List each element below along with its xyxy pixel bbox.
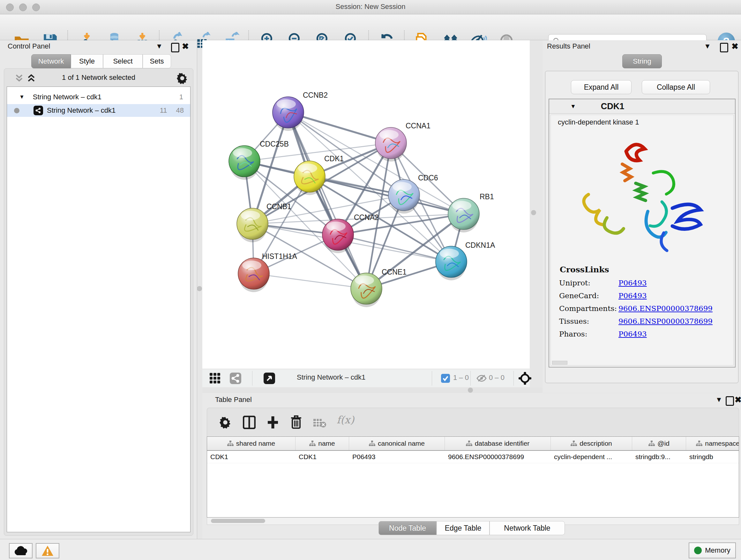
- close-panel-icon[interactable]: ✖: [182, 42, 189, 51]
- edge-count: 48: [176, 106, 184, 115]
- close-panel-icon[interactable]: ✖: [735, 395, 741, 405]
- columns-icon[interactable]: [243, 416, 256, 429]
- memory-button[interactable]: Memory: [689, 543, 736, 558]
- crosshair-icon[interactable]: [518, 372, 532, 385]
- table-cell[interactable]: CDK1: [207, 451, 295, 463]
- crosslinks-heading: CrossLinks: [560, 265, 733, 274]
- tab-string[interactable]: String: [622, 54, 662, 68]
- column-header-shared-name[interactable]: shared name: [207, 437, 295, 450]
- table-cell[interactable]: P06493: [349, 451, 445, 463]
- collapse-all-button[interactable]: Collapse All: [642, 80, 710, 94]
- status-bar: Memory: [0, 539, 741, 560]
- column-header-canonical-name[interactable]: canonical name: [349, 437, 445, 450]
- collection-label: String Network – cdk1: [33, 93, 102, 101]
- protein-structure-image: [575, 135, 709, 257]
- crosslink-label: GeneCard:: [559, 292, 618, 300]
- tab-node-table[interactable]: Node Table: [379, 521, 436, 535]
- float-panel-icon[interactable]: [171, 43, 179, 52]
- tab-sets[interactable]: Sets: [143, 54, 171, 68]
- expand-all-button[interactable]: Expand All: [571, 80, 631, 94]
- control-panel-title: Control Panel: [8, 42, 50, 51]
- splitter-handle[interactable]: [468, 388, 473, 393]
- trash-icon[interactable]: [290, 415, 302, 429]
- crosslink-link[interactable]: P06493: [618, 279, 647, 287]
- network-canvas[interactable]: CCNB2CCNA1CDC25BCDK1CDC6RB1CCNB1CCNA2CDK…: [202, 40, 530, 369]
- tab-network-table[interactable]: Network Table: [489, 521, 565, 535]
- panel-menu-icon[interactable]: ▼: [156, 42, 163, 51]
- expander-icon[interactable]: ▼: [19, 94, 24, 100]
- edge-HIST1H1A-CCNE1[interactable]: [254, 273, 366, 289]
- column-header-@id[interactable]: @id: [632, 437, 686, 450]
- crosslink-row: Uniprot:P06493: [559, 279, 733, 287]
- grid-view-icon[interactable]: [209, 373, 221, 384]
- table-cell[interactable]: CDK1: [295, 451, 349, 463]
- hidden-count: 0 – 0: [489, 374, 504, 382]
- main-toolbar: ?: [0, 14, 741, 40]
- table-cell[interactable]: cyclin-dependent ...: [551, 451, 632, 463]
- automation-cloud-button[interactable]: [9, 543, 32, 558]
- column-type-icon: [369, 441, 375, 446]
- tab-network[interactable]: Network: [31, 54, 71, 68]
- add-icon[interactable]: [266, 416, 279, 429]
- panel-menu-icon[interactable]: ▼: [716, 395, 723, 404]
- control-panel: Control Panel ▼ ✖ NetworkStyleSelectSets…: [0, 40, 197, 539]
- gear-icon[interactable]: [177, 72, 188, 84]
- splitter-handle[interactable]: [197, 286, 202, 291]
- table-cell[interactable]: stringdb:9...: [632, 451, 686, 463]
- panel-menu-icon[interactable]: ▼: [704, 42, 711, 51]
- float-panel-icon[interactable]: [720, 43, 728, 52]
- node-result-card: ▼ CDK1 cyclin-dependent kinase 1: [549, 99, 736, 368]
- collapse-entry-icon[interactable]: ▼: [570, 103, 576, 110]
- delete-table-icon[interactable]: [313, 418, 327, 428]
- table-cell[interactable]: 9606.ENSP00000378699: [445, 451, 551, 463]
- splitter-handle[interactable]: [531, 210, 536, 215]
- node-label-RB1: RB1: [480, 192, 494, 201]
- crosslink-link[interactable]: P06493: [618, 292, 647, 300]
- column-header-description[interactable]: description: [551, 437, 632, 450]
- node-label-CCNB1: CCNB1: [266, 202, 291, 211]
- birdseye-toggle-icon[interactable]: [264, 373, 275, 384]
- collection-count: 1: [179, 93, 183, 101]
- column-header-database-identifier[interactable]: database identifier: [445, 437, 551, 450]
- node-label-HIST1H1A: HIST1H1A: [262, 252, 297, 260]
- tab-select[interactable]: Select: [103, 54, 143, 68]
- mini-scrollbar[interactable]: [552, 361, 567, 365]
- crosslink-link[interactable]: 9606.ENSP00000378699: [618, 304, 713, 313]
- node-HIST1H1A[interactable]: HIST1H1A: [238, 252, 297, 292]
- node-label-CCNE1: CCNE1: [382, 268, 407, 276]
- crosslink-link[interactable]: 9606.ENSP00000378699: [618, 317, 713, 325]
- column-header-name[interactable]: name: [295, 437, 349, 450]
- crosslink-row: Tissues:9606.ENSP00000378699: [559, 317, 733, 325]
- crosslink-label: Pharos:: [559, 330, 618, 338]
- warnings-button[interactable]: [36, 543, 59, 558]
- node-CCNB2[interactable]: CCNB2: [273, 91, 328, 131]
- entry-name: CDK1: [601, 102, 624, 111]
- separator: [514, 371, 514, 386]
- scrollbar-thumb[interactable]: [211, 519, 265, 523]
- close-panel-icon[interactable]: ✖: [731, 42, 738, 51]
- node-RB1[interactable]: RB1: [448, 192, 494, 233]
- selected-checkbox-icon[interactable]: [441, 374, 450, 383]
- function-builder-icon[interactable]: f(x): [337, 414, 354, 426]
- tab-style[interactable]: Style: [71, 54, 103, 68]
- crosslink-label: Uniprot:: [559, 279, 618, 287]
- gear-icon[interactable]: [219, 416, 231, 428]
- float-panel-icon[interactable]: [726, 396, 734, 406]
- edge-CCNB2-CCNA1[interactable]: [288, 112, 391, 143]
- node-CDC6[interactable]: CDC6: [388, 174, 438, 213]
- node-label-CCNA2: CCNA2: [354, 213, 379, 222]
- tab-edge-table[interactable]: Edge Table: [436, 521, 489, 535]
- share-view-icon[interactable]: [230, 373, 241, 384]
- network-collection-row[interactable]: ▼ String Network – cdk1 1: [7, 91, 190, 104]
- column-header-namespace[interactable]: namespace: [686, 437, 739, 450]
- node-CDKN1A[interactable]: CDKN1A: [435, 241, 495, 280]
- network-row[interactable]: String Network – cdk1 11 48: [7, 104, 190, 117]
- edge-CCNB2-CCNE1[interactable]: [288, 112, 366, 289]
- window-title: Session: New Session: [0, 3, 741, 11]
- node-table[interactable]: shared namenamecanonical namedatabase id…: [207, 436, 739, 517]
- table-cell[interactable]: stringdb: [686, 451, 739, 463]
- crosslink-link[interactable]: P06493: [618, 330, 647, 338]
- column-type-icon: [309, 441, 316, 446]
- separator: [252, 371, 253, 386]
- cloud-icon: [14, 546, 28, 556]
